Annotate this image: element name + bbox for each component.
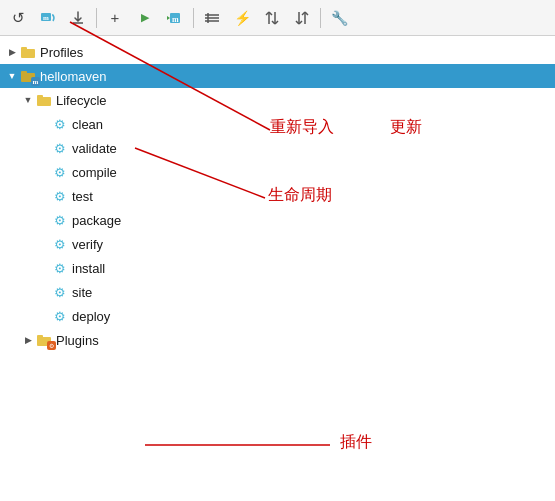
clean-row[interactable]: ▶ ⚙ clean <box>0 112 555 136</box>
install-label: install <box>72 261 105 276</box>
toggle-icon <box>204 12 220 24</box>
profiles-label: Profiles <box>40 45 83 60</box>
package-label: package <box>72 213 121 228</box>
svg-text:m: m <box>172 15 179 24</box>
test-row[interactable]: ▶ ⚙ test <box>0 184 555 208</box>
expand-all-button[interactable] <box>258 4 286 32</box>
hellomaven-icon: m <box>20 68 36 84</box>
deploy-row[interactable]: ▶ ⚙ deploy <box>0 304 555 328</box>
profiles-expander[interactable]: ▶ <box>4 44 20 60</box>
clean-gear-icon: ⚙ <box>52 116 68 132</box>
plugins-annotation: 插件 <box>340 432 372 453</box>
refresh-button[interactable]: ↺ <box>4 4 32 32</box>
settings-button[interactable]: 🔧 <box>325 4 353 32</box>
validate-label: validate <box>72 141 117 156</box>
compile-gear-icon: ⚙ <box>52 164 68 180</box>
svg-text:m: m <box>43 14 49 22</box>
lifecycle-expander[interactable]: ▼ <box>20 92 36 108</box>
profiles-folder-icon <box>20 44 36 60</box>
verify-label: verify <box>72 237 103 252</box>
lifecycle-icon <box>36 92 52 108</box>
compile-row[interactable]: ▶ ⚙ compile <box>0 160 555 184</box>
run-button[interactable]: ▶ <box>131 4 159 32</box>
hellomaven-label: hellomaven <box>40 69 107 84</box>
separator-1 <box>96 8 97 28</box>
test-gear-icon: ⚙ <box>52 188 68 204</box>
separator-3 <box>320 8 321 28</box>
add-button[interactable]: + <box>101 4 129 32</box>
site-label: site <box>72 285 92 300</box>
install-gear-icon: ⚙ <box>52 260 68 276</box>
download-button[interactable] <box>64 4 92 32</box>
profiles-row[interactable]: ▶ Profiles <box>0 40 555 64</box>
reimport-button[interactable]: m <box>34 4 62 32</box>
test-label: test <box>72 189 93 204</box>
reimport-icon: m <box>40 10 56 26</box>
lifecycle-row[interactable]: ▼ Lifecycle <box>0 88 555 112</box>
plugins-label: Plugins <box>56 333 99 348</box>
plus-icon: + <box>111 9 120 26</box>
maven-tree: ▶ Profiles ▼ m hellomaven ▼ Lifecycle ▶ … <box>0 36 555 356</box>
package-gear-icon: ⚙ <box>52 212 68 228</box>
expand-all-icon <box>265 11 279 25</box>
separator-2 <box>193 8 194 28</box>
run-maven-button[interactable]: m <box>161 4 189 32</box>
download-icon <box>71 11 85 25</box>
plugins-icon: ⚙ <box>36 332 52 348</box>
compile-label: compile <box>72 165 117 180</box>
hellomaven-expander[interactable]: ▼ <box>4 68 20 84</box>
install-row[interactable]: ▶ ⚙ install <box>0 256 555 280</box>
deploy-label: deploy <box>72 309 110 324</box>
lifecycle-label: Lifecycle <box>56 93 107 108</box>
site-row[interactable]: ▶ ⚙ site <box>0 280 555 304</box>
package-row[interactable]: ▶ ⚙ package <box>0 208 555 232</box>
run-maven-icon: m <box>167 11 183 25</box>
verify-row[interactable]: ▶ ⚙ verify <box>0 232 555 256</box>
collapse-all-button[interactable] <box>288 4 316 32</box>
toggle-offline-button[interactable] <box>198 4 226 32</box>
validate-gear-icon: ⚙ <box>52 140 68 156</box>
collapse-all-icon <box>295 11 309 25</box>
deploy-gear-icon: ⚙ <box>52 308 68 324</box>
wrench-icon: 🔧 <box>331 10 348 26</box>
validate-row[interactable]: ▶ ⚙ validate <box>0 136 555 160</box>
plugins-expander[interactable]: ▶ <box>20 332 36 348</box>
run-icon: ▶ <box>141 11 149 24</box>
site-gear-icon: ⚙ <box>52 284 68 300</box>
verify-gear-icon: ⚙ <box>52 236 68 252</box>
toolbar: ↺ m + ▶ m <box>0 0 555 36</box>
clean-label: clean <box>72 117 103 132</box>
plugins-row[interactable]: ▶ ⚙ Plugins <box>0 328 555 352</box>
lightning-icon: ⚡ <box>234 10 251 26</box>
lightning-button[interactable]: ⚡ <box>228 4 256 32</box>
hellomaven-row[interactable]: ▼ m hellomaven <box>0 64 555 88</box>
